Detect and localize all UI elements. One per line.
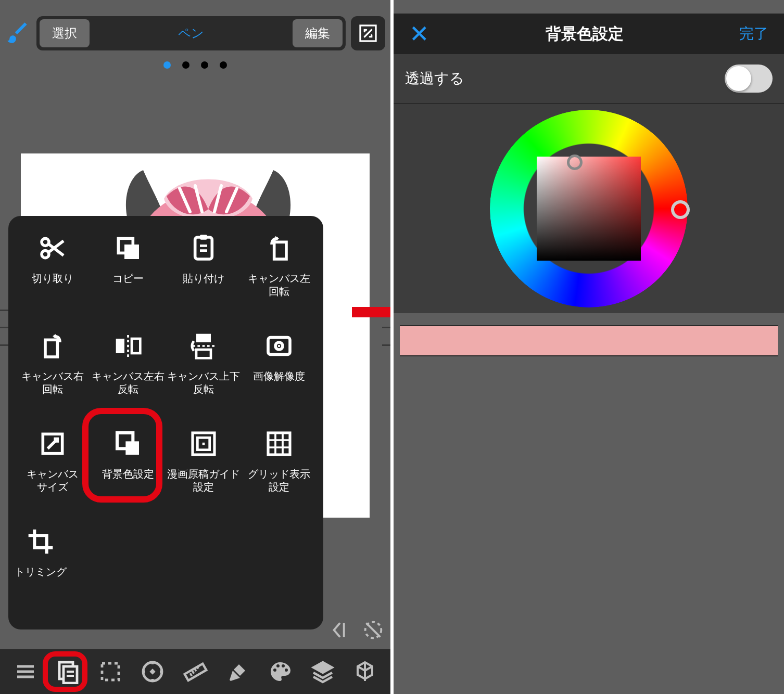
popup-label: 画像解像度 [253, 370, 305, 383]
popup-label: 貼り付け [183, 272, 224, 285]
popup-label: キャンバス右 回転 [21, 370, 84, 396]
brush-icon[interactable] [5, 20, 31, 46]
svg-rect-20 [125, 441, 139, 455]
ruler-icon[interactable] [180, 657, 210, 687]
bottom-toolbar [0, 649, 390, 694]
flip-vertical-icon [187, 329, 220, 363]
page-dots [0, 61, 390, 69]
right-screen: ✕ 背景色設定 完了 透過する [394, 0, 784, 694]
done-button[interactable]: 完了 [739, 24, 768, 44]
page-dot-2[interactable] [182, 61, 189, 69]
aux-toolbar [328, 611, 385, 649]
document-icon[interactable] [53, 657, 83, 687]
svg-rect-6 [124, 245, 139, 259]
page-dot-3[interactable] [201, 61, 208, 69]
svg-rect-13 [196, 334, 211, 342]
selection-icon[interactable] [95, 657, 125, 687]
paste-icon [187, 232, 220, 265]
popup-manga-guide[interactable]: 漫画原稿ガイド 設定 [166, 427, 242, 510]
sv-cursor[interactable] [567, 155, 583, 170]
svg-rect-11 [116, 339, 124, 353]
transform-icon[interactable] [137, 657, 168, 687]
popup-rotate-left[interactable]: キャンバス左 回転 [242, 232, 317, 315]
disable-snap-icon[interactable] [361, 618, 385, 642]
current-color-swatch[interactable] [400, 325, 778, 356]
popup-grid[interactable]: グリッド表示 設定 [242, 427, 317, 510]
color-picker-area [394, 104, 784, 313]
popup-canvas-size[interactable]: キャンバス サイズ [15, 427, 90, 510]
popup-bg-color[interactable]: 背景色設定 [90, 427, 166, 510]
palette-icon[interactable] [265, 657, 295, 687]
popup-label: 切り取り [32, 272, 73, 285]
modal-title: 背景色設定 [546, 23, 624, 45]
popup-copy[interactable]: コピー [90, 232, 166, 315]
popup-label: トリミング [15, 566, 67, 579]
sv-square[interactable] [537, 157, 641, 261]
svg-rect-29 [150, 669, 156, 674]
svg-point-17 [278, 345, 281, 348]
fullscreen-button[interactable] [351, 16, 385, 50]
close-button[interactable]: ✕ [409, 20, 429, 48]
copy-icon [111, 232, 145, 265]
transparent-label: 透過する [405, 69, 464, 88]
popup-grid: 切り取り コピー 貼り付け キャンバス左 回転 キャンバス右 回転 キャンバ [15, 232, 317, 608]
rotate-right-icon [36, 329, 69, 363]
materials-icon[interactable] [350, 657, 380, 687]
popup-label: コピー [112, 272, 144, 285]
canvas-size-icon [36, 427, 69, 460]
grid-icon [262, 427, 296, 460]
step-back-icon[interactable] [328, 618, 352, 642]
toggle-knob [726, 66, 751, 91]
manga-guide-icon [187, 427, 220, 460]
page-dot-1[interactable] [163, 61, 171, 69]
rotate-left-icon [262, 232, 296, 265]
resolution-icon [262, 329, 296, 363]
mode-segmented: 選択 ペン 編集 [36, 16, 346, 50]
top-toolbar: 選択 ペン 編集 [0, 14, 390, 53]
svg-rect-8 [200, 235, 207, 239]
popup-paste[interactable]: 貼り付け [166, 232, 242, 315]
svg-rect-10 [45, 340, 57, 357]
transparent-toggle[interactable] [725, 65, 773, 93]
popup-label: キャンバス左右 反転 [92, 370, 165, 396]
flip-horizontal-icon [111, 329, 145, 363]
hue-cursor[interactable] [671, 200, 690, 219]
svg-rect-23 [268, 433, 290, 455]
popup-cut[interactable]: 切り取り [15, 232, 90, 315]
left-screen: 選択 ペン 編集 切り取り [0, 0, 390, 694]
right-drag-handle[interactable] [382, 302, 390, 354]
bg-color-icon [111, 427, 145, 460]
popup-resolution[interactable]: 画像解像度 [242, 329, 317, 413]
svg-rect-30 [185, 664, 207, 680]
edit-mode-button[interactable]: 編集 [293, 19, 343, 47]
menu-icon[interactable] [10, 657, 41, 687]
modal-header: ✕ 背景色設定 完了 [394, 14, 784, 54]
color-picker[interactable] [490, 110, 688, 307]
cut-icon [36, 232, 69, 265]
layers-icon[interactable] [308, 657, 338, 687]
page-dot-4[interactable] [220, 61, 227, 69]
popup-flip-h[interactable]: キャンバス左右 反転 [90, 329, 166, 413]
svg-rect-27 [102, 663, 119, 680]
svg-rect-12 [132, 339, 140, 353]
popup-flip-v[interactable]: キャンバス上下 反転 [166, 329, 242, 413]
popup-label: キャンバス左 回転 [248, 272, 310, 298]
popup-label: 漫画原稿ガイド 設定 [167, 468, 240, 494]
svg-rect-14 [196, 350, 211, 358]
popup-rotate-right[interactable]: キャンバス右 回転 [15, 329, 90, 413]
select-mode-button[interactable]: 選択 [40, 19, 90, 47]
popup-trimming[interactable]: トリミング [15, 525, 67, 608]
canvas-actions-popup: 切り取り コピー 貼り付け キャンバス左 回転 キャンバス右 回転 キャンバ [8, 216, 323, 629]
pen-tool-icon[interactable] [223, 657, 253, 687]
crop-icon [24, 525, 57, 558]
transparent-row: 透過する [394, 54, 784, 104]
left-drag-handle[interactable] [0, 302, 8, 354]
popup-label: 背景色設定 [102, 468, 154, 481]
popup-label: キャンバス サイズ [27, 468, 79, 494]
svg-rect-9 [274, 242, 286, 259]
pen-mode-button[interactable]: ペン [93, 19, 289, 47]
popup-label: キャンバス上下 反転 [167, 370, 240, 396]
svg-rect-7 [195, 237, 212, 259]
popup-label: グリッド表示 設定 [248, 468, 310, 494]
